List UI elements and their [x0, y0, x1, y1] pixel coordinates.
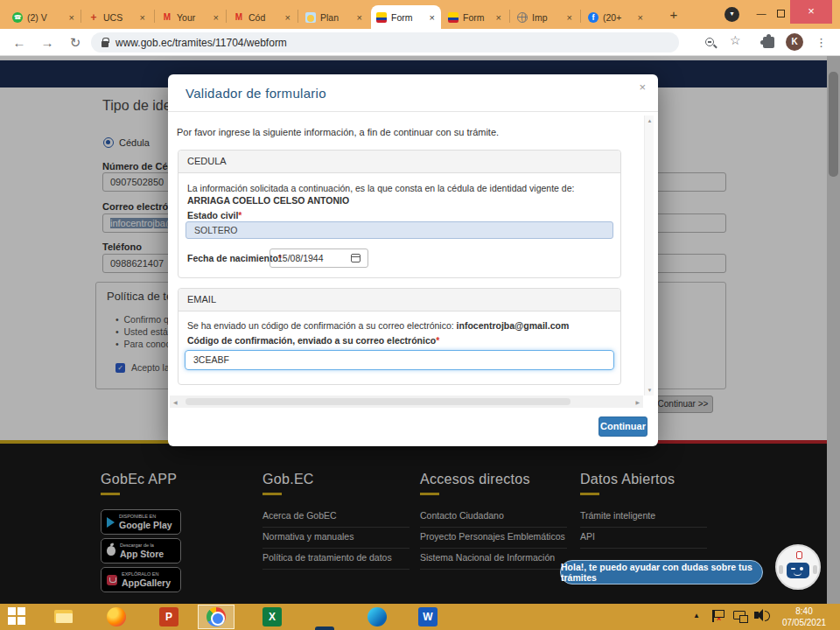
- word-icon[interactable]: W: [418, 607, 438, 626]
- browser-menu-icon[interactable]: ⋮: [816, 33, 827, 52]
- tab-close-icon[interactable]: ×: [356, 12, 363, 23]
- tab-close-icon[interactable]: ×: [495, 12, 502, 23]
- chatbot-avatar[interactable]: [775, 544, 821, 590]
- reload-icon[interactable]: ↻: [65, 32, 86, 53]
- ecuador-flag-icon: [448, 12, 458, 23]
- email-fieldset-header: EMAIL: [178, 289, 620, 312]
- tab-close-icon[interactable]: ×: [139, 12, 146, 23]
- tab-close-icon[interactable]: ×: [213, 12, 220, 23]
- robot-antenna: [796, 551, 802, 559]
- modal-continue-button[interactable]: Continuar: [598, 416, 648, 437]
- start-button-icon[interactable]: [8, 607, 27, 626]
- fecha-nacimiento-label: Fecha de nacimiento*: [187, 253, 282, 263]
- tab-facebook[interactable]: f (20+ ×: [583, 5, 649, 29]
- cedula-info-text: La información solicitada a continuación…: [187, 182, 612, 206]
- firefox-icon[interactable]: [107, 607, 126, 626]
- tab-form-2[interactable]: Form ×: [443, 5, 508, 29]
- scrollbar-thumb[interactable]: [186, 398, 570, 405]
- action-center-flag-icon[interactable]: ×: [712, 610, 723, 622]
- robot-face: [787, 563, 809, 578]
- tab-gmail-2[interactable]: M Cód ×: [228, 5, 297, 29]
- email-fieldset: EMAIL Se ha enviado un código de confirm…: [178, 288, 621, 385]
- tab-separator: [298, 10, 298, 23]
- whatsapp-icon: ☎: [12, 12, 23, 23]
- scroll-left-icon[interactable]: ◀: [173, 399, 178, 405]
- new-tab-button[interactable]: +: [663, 4, 684, 25]
- modal-footer: Continuar: [168, 409, 658, 446]
- tab-label: Plan: [320, 12, 352, 23]
- scanner-app-icon[interactable]: [315, 626, 334, 630]
- lock-icon[interactable]: [102, 41, 108, 47]
- tab-separator: [509, 10, 510, 23]
- address-bar[interactable]: www.gob.ec/tramites/11704/webform: [91, 32, 679, 52]
- tab-label: Cód: [248, 12, 280, 23]
- tab-label: (2) V: [27, 12, 64, 23]
- modal-close-icon[interactable]: ×: [639, 80, 646, 94]
- media-controls-button[interactable]: ▾: [724, 7, 739, 22]
- modal-intro-text: Por favor ingrese la siguiente informaci…: [177, 127, 499, 137]
- chatbot-message-bubble[interactable]: Hola!, te puedo ayudar con dudas sobre t…: [560, 560, 763, 584]
- facebook-icon: f: [588, 12, 598, 23]
- window-close-button[interactable]: ×: [790, 0, 832, 24]
- edge-icon[interactable]: [368, 607, 387, 626]
- gmail-icon: M: [234, 12, 244, 23]
- zoom-out-icon[interactable]: [705, 38, 714, 46]
- chrome-icon[interactable]: [206, 607, 226, 626]
- forward-icon[interactable]: →: [37, 32, 58, 53]
- file-explorer-icon[interactable]: [54, 607, 74, 626]
- bookmark-star-icon[interactable]: ☆: [730, 33, 741, 47]
- fecha-nacimiento-input[interactable]: 15/08/1944: [270, 248, 368, 268]
- scroll-right-icon[interactable]: ▶: [635, 399, 640, 405]
- network-icon[interactable]: [733, 611, 746, 620]
- tab-close-icon[interactable]: ×: [284, 12, 291, 23]
- window-maximize-button[interactable]: [777, 10, 785, 18]
- estado-civil-label: Estado civil*: [187, 210, 242, 220]
- tab-label: (20+: [603, 12, 633, 23]
- browser-tabstrip: ☎ (2) V × + UCS × M Your × M Cód × Plan …: [0, 0, 840, 29]
- extensions-puzzle-icon[interactable]: [763, 37, 774, 48]
- excel-icon[interactable]: X: [262, 607, 282, 626]
- confirmation-code-label: Código de confirmación, enviado a su cor…: [187, 335, 439, 346]
- tab-close-icon[interactable]: ×: [68, 12, 75, 23]
- back-icon[interactable]: ←: [9, 32, 30, 53]
- tab-planner[interactable]: Plan ×: [300, 5, 368, 29]
- scroll-up-icon[interactable]: ▲: [645, 118, 654, 123]
- tray-expand-icon[interactable]: ▲: [693, 612, 700, 620]
- tab-close-icon[interactable]: ×: [429, 12, 436, 23]
- tab-label: Imp: [532, 12, 562, 23]
- email-address: infocentrojba@gmail.com: [457, 320, 570, 331]
- notification-x: ×: [717, 614, 721, 623]
- estado-civil-input[interactable]: SOLTERO: [186, 221, 613, 239]
- modal-header: Validador de formulario ×: [168, 74, 658, 112]
- tab-label: Form: [463, 12, 491, 23]
- required-asterisk: *: [238, 210, 242, 220]
- confirmation-code-input[interactable]: 3CEABF: [185, 350, 614, 370]
- robot-ear: [813, 565, 817, 574]
- taskbar-clock[interactable]: 8:40 07/05/2021: [774, 606, 835, 628]
- volume-icon[interactable]: [754, 612, 759, 619]
- webpage: Tipo de ident Cédula Número de Cédula 09…: [0, 56, 840, 604]
- citizen-name: ARRIAGA COELLO CELSO ANTONIO: [187, 195, 349, 206]
- cedula-fieldset: CEDULA La información solicitada a conti…: [178, 150, 621, 278]
- windows-taskbar: P X W ▲ × 8:40 07/05/2021: [0, 604, 840, 630]
- cedula-fieldset-header: CEDULA: [178, 150, 620, 173]
- gmail-icon: M: [162, 12, 172, 23]
- tab-imp[interactable]: Imp ×: [512, 5, 578, 29]
- profile-avatar[interactable]: K: [786, 33, 803, 51]
- robot-wink-eye: [791, 568, 795, 570]
- modal-vertical-scrollbar[interactable]: ▲ ▼: [644, 116, 654, 396]
- tab-close-icon[interactable]: ×: [637, 12, 644, 23]
- tab-form-active[interactable]: Form ×: [371, 5, 441, 29]
- tab-whatsapp[interactable]: ☎ (2) V ×: [7, 5, 80, 29]
- required-asterisk: *: [436, 335, 439, 346]
- calendar-icon[interactable]: [351, 254, 360, 262]
- window-minimize-button[interactable]: —: [748, 4, 774, 24]
- tab-ucsg[interactable]: + UCS ×: [83, 5, 151, 29]
- tab-gmail-1[interactable]: M Your ×: [157, 5, 225, 29]
- tab-close-icon[interactable]: ×: [566, 12, 573, 23]
- powerpoint-icon[interactable]: P: [159, 607, 178, 626]
- globe-icon: [517, 12, 528, 23]
- tab-separator: [154, 10, 155, 23]
- scroll-down-icon[interactable]: ▼: [645, 388, 654, 393]
- modal-horizontal-scrollbar[interactable]: ◀ ▶: [170, 396, 643, 408]
